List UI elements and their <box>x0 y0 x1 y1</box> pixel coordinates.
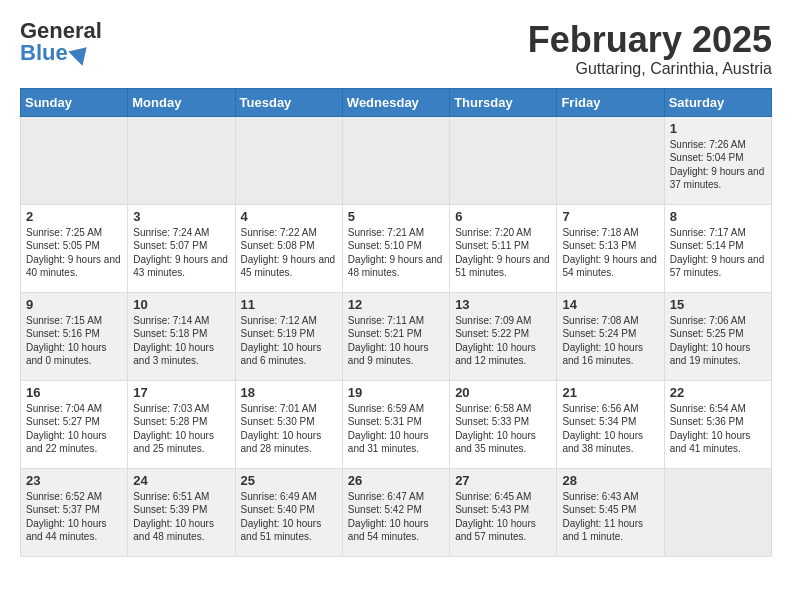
month-title: February 2025 <box>528 20 772 60</box>
calendar-cell <box>557 116 664 204</box>
title-block: February 2025 Guttaring, Carinthia, Aust… <box>528 20 772 78</box>
day-info: Sunrise: 7:03 AM Sunset: 5:28 PM Dayligh… <box>133 402 229 456</box>
day-info: Sunrise: 7:08 AM Sunset: 5:24 PM Dayligh… <box>562 314 658 368</box>
day-number: 21 <box>562 385 658 400</box>
day-info: Sunrise: 7:12 AM Sunset: 5:19 PM Dayligh… <box>241 314 337 368</box>
calendar-cell: 9Sunrise: 7:15 AM Sunset: 5:16 PM Daylig… <box>21 292 128 380</box>
calendar-cell <box>235 116 342 204</box>
day-info: Sunrise: 7:14 AM Sunset: 5:18 PM Dayligh… <box>133 314 229 368</box>
calendar-cell: 5Sunrise: 7:21 AM Sunset: 5:10 PM Daylig… <box>342 204 449 292</box>
day-number: 18 <box>241 385 337 400</box>
day-number: 12 <box>348 297 444 312</box>
calendar-cell: 19Sunrise: 6:59 AM Sunset: 5:31 PM Dayli… <box>342 380 449 468</box>
day-number: 9 <box>26 297 122 312</box>
day-number: 7 <box>562 209 658 224</box>
calendar-cell: 23Sunrise: 6:52 AM Sunset: 5:37 PM Dayli… <box>21 468 128 556</box>
day-number: 13 <box>455 297 551 312</box>
day-number: 28 <box>562 473 658 488</box>
weekday-header-friday: Friday <box>557 88 664 116</box>
calendar-cell: 12Sunrise: 7:11 AM Sunset: 5:21 PM Dayli… <box>342 292 449 380</box>
calendar-cell: 28Sunrise: 6:43 AM Sunset: 5:45 PM Dayli… <box>557 468 664 556</box>
day-number: 11 <box>241 297 337 312</box>
day-number: 6 <box>455 209 551 224</box>
logo: General Blue <box>20 20 102 64</box>
calendar-cell: 1Sunrise: 7:26 AM Sunset: 5:04 PM Daylig… <box>664 116 771 204</box>
day-info: Sunrise: 7:20 AM Sunset: 5:11 PM Dayligh… <box>455 226 551 280</box>
calendar-cell: 20Sunrise: 6:58 AM Sunset: 5:33 PM Dayli… <box>450 380 557 468</box>
calendar-cell <box>664 468 771 556</box>
calendar-cell: 24Sunrise: 6:51 AM Sunset: 5:39 PM Dayli… <box>128 468 235 556</box>
calendar-cell <box>21 116 128 204</box>
calendar-cell <box>450 116 557 204</box>
calendar-cell: 14Sunrise: 7:08 AM Sunset: 5:24 PM Dayli… <box>557 292 664 380</box>
calendar-cell: 13Sunrise: 7:09 AM Sunset: 5:22 PM Dayli… <box>450 292 557 380</box>
calendar-cell: 4Sunrise: 7:22 AM Sunset: 5:08 PM Daylig… <box>235 204 342 292</box>
day-info: Sunrise: 7:25 AM Sunset: 5:05 PM Dayligh… <box>26 226 122 280</box>
day-info: Sunrise: 7:18 AM Sunset: 5:13 PM Dayligh… <box>562 226 658 280</box>
weekday-header-monday: Monday <box>128 88 235 116</box>
calendar-cell: 7Sunrise: 7:18 AM Sunset: 5:13 PM Daylig… <box>557 204 664 292</box>
logo-general-text: General <box>20 20 102 42</box>
weekday-header-wednesday: Wednesday <box>342 88 449 116</box>
calendar-week-row: 23Sunrise: 6:52 AM Sunset: 5:37 PM Dayli… <box>21 468 772 556</box>
weekday-header-saturday: Saturday <box>664 88 771 116</box>
day-info: Sunrise: 7:04 AM Sunset: 5:27 PM Dayligh… <box>26 402 122 456</box>
day-number: 26 <box>348 473 444 488</box>
day-info: Sunrise: 7:26 AM Sunset: 5:04 PM Dayligh… <box>670 138 766 192</box>
day-info: Sunrise: 7:01 AM Sunset: 5:30 PM Dayligh… <box>241 402 337 456</box>
day-info: Sunrise: 7:09 AM Sunset: 5:22 PM Dayligh… <box>455 314 551 368</box>
day-number: 3 <box>133 209 229 224</box>
weekday-header-row: SundayMondayTuesdayWednesdayThursdayFrid… <box>21 88 772 116</box>
day-number: 14 <box>562 297 658 312</box>
calendar-cell: 16Sunrise: 7:04 AM Sunset: 5:27 PM Dayli… <box>21 380 128 468</box>
calendar-cell: 21Sunrise: 6:56 AM Sunset: 5:34 PM Dayli… <box>557 380 664 468</box>
calendar-week-row: 1Sunrise: 7:26 AM Sunset: 5:04 PM Daylig… <box>21 116 772 204</box>
day-number: 2 <box>26 209 122 224</box>
day-info: Sunrise: 7:17 AM Sunset: 5:14 PM Dayligh… <box>670 226 766 280</box>
calendar-cell: 27Sunrise: 6:45 AM Sunset: 5:43 PM Dayli… <box>450 468 557 556</box>
calendar-cell: 10Sunrise: 7:14 AM Sunset: 5:18 PM Dayli… <box>128 292 235 380</box>
logo-blue-text: Blue <box>20 42 91 64</box>
day-info: Sunrise: 6:47 AM Sunset: 5:42 PM Dayligh… <box>348 490 444 544</box>
weekday-header-thursday: Thursday <box>450 88 557 116</box>
calendar-week-row: 2Sunrise: 7:25 AM Sunset: 5:05 PM Daylig… <box>21 204 772 292</box>
day-number: 20 <box>455 385 551 400</box>
day-number: 16 <box>26 385 122 400</box>
day-number: 1 <box>670 121 766 136</box>
calendar-cell: 2Sunrise: 7:25 AM Sunset: 5:05 PM Daylig… <box>21 204 128 292</box>
day-info: Sunrise: 7:21 AM Sunset: 5:10 PM Dayligh… <box>348 226 444 280</box>
day-number: 25 <box>241 473 337 488</box>
day-info: Sunrise: 6:45 AM Sunset: 5:43 PM Dayligh… <box>455 490 551 544</box>
calendar-cell: 18Sunrise: 7:01 AM Sunset: 5:30 PM Dayli… <box>235 380 342 468</box>
calendar-cell: 17Sunrise: 7:03 AM Sunset: 5:28 PM Dayli… <box>128 380 235 468</box>
day-info: Sunrise: 6:51 AM Sunset: 5:39 PM Dayligh… <box>133 490 229 544</box>
day-info: Sunrise: 6:59 AM Sunset: 5:31 PM Dayligh… <box>348 402 444 456</box>
day-info: Sunrise: 6:52 AM Sunset: 5:37 PM Dayligh… <box>26 490 122 544</box>
calendar-cell <box>342 116 449 204</box>
calendar-cell: 22Sunrise: 6:54 AM Sunset: 5:36 PM Dayli… <box>664 380 771 468</box>
calendar-cell: 15Sunrise: 7:06 AM Sunset: 5:25 PM Dayli… <box>664 292 771 380</box>
day-info: Sunrise: 6:43 AM Sunset: 5:45 PM Dayligh… <box>562 490 658 544</box>
day-number: 17 <box>133 385 229 400</box>
day-info: Sunrise: 6:54 AM Sunset: 5:36 PM Dayligh… <box>670 402 766 456</box>
location-title: Guttaring, Carinthia, Austria <box>528 60 772 78</box>
calendar-cell <box>128 116 235 204</box>
day-number: 23 <box>26 473 122 488</box>
logo-triangle-icon <box>68 40 93 65</box>
weekday-header-tuesday: Tuesday <box>235 88 342 116</box>
day-info: Sunrise: 6:58 AM Sunset: 5:33 PM Dayligh… <box>455 402 551 456</box>
day-info: Sunrise: 7:15 AM Sunset: 5:16 PM Dayligh… <box>26 314 122 368</box>
calendar-cell: 3Sunrise: 7:24 AM Sunset: 5:07 PM Daylig… <box>128 204 235 292</box>
day-number: 15 <box>670 297 766 312</box>
calendar-week-row: 9Sunrise: 7:15 AM Sunset: 5:16 PM Daylig… <box>21 292 772 380</box>
calendar-cell: 6Sunrise: 7:20 AM Sunset: 5:11 PM Daylig… <box>450 204 557 292</box>
day-info: Sunrise: 7:06 AM Sunset: 5:25 PM Dayligh… <box>670 314 766 368</box>
day-info: Sunrise: 6:56 AM Sunset: 5:34 PM Dayligh… <box>562 402 658 456</box>
day-number: 4 <box>241 209 337 224</box>
calendar-cell: 26Sunrise: 6:47 AM Sunset: 5:42 PM Dayli… <box>342 468 449 556</box>
day-number: 24 <box>133 473 229 488</box>
page-header: General Blue February 2025 Guttaring, Ca… <box>20 20 772 78</box>
day-number: 27 <box>455 473 551 488</box>
day-info: Sunrise: 7:24 AM Sunset: 5:07 PM Dayligh… <box>133 226 229 280</box>
day-number: 10 <box>133 297 229 312</box>
